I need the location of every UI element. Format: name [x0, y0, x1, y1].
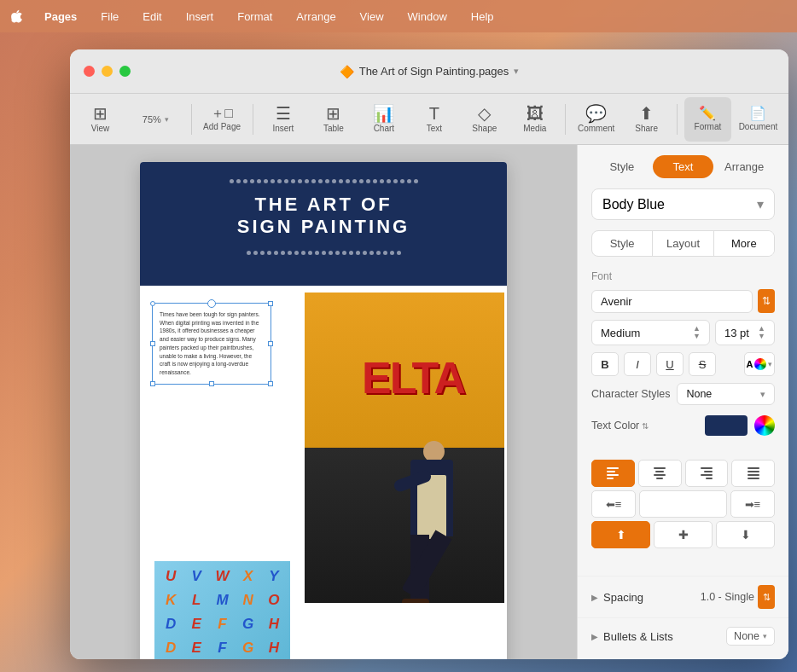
- spacing-stepper-button[interactable]: ⇅: [758, 585, 775, 609]
- increase-indent-button[interactable]: ➡≡: [730, 490, 775, 518]
- chart-button[interactable]: 📊 Chart: [360, 97, 407, 142]
- alignment-section: ⬅≡ ➡≡ ⬆ ✚ ⬇: [578, 460, 788, 569]
- format-icon: ✏️: [699, 107, 716, 120]
- menu-help[interactable]: Help: [468, 9, 497, 25]
- text-format-color[interactable]: A ▾: [744, 352, 775, 376]
- resize-handle-br[interactable]: [268, 381, 273, 386]
- bullets-row[interactable]: ▶ Bullets & Lists None ▾: [578, 617, 788, 654]
- strikethrough-button[interactable]: S: [689, 352, 716, 376]
- char-styles-value: None: [686, 388, 712, 400]
- vert-top-button[interactable]: ⬆: [591, 521, 650, 548]
- text-block[interactable]: Times have been tough for sign painters.…: [152, 303, 271, 385]
- size-down-arrow[interactable]: ▼: [758, 333, 765, 340]
- dot: [311, 179, 316, 183]
- line: [607, 471, 615, 472]
- dot: [332, 179, 336, 183]
- maximize-button[interactable]: [119, 66, 131, 77]
- sub-tab-more[interactable]: More: [714, 231, 774, 256]
- dot: [397, 251, 401, 255]
- align-left-button[interactable]: [591, 460, 635, 487]
- dot: [349, 251, 353, 255]
- menu-edit[interactable]: Edit: [139, 9, 165, 25]
- text-color-text: Text Color: [591, 420, 639, 432]
- comment-button[interactable]: 💬 Comment: [573, 97, 620, 142]
- menu-insert[interactable]: Insert: [183, 9, 218, 25]
- shape-icon: ◇: [478, 105, 491, 122]
- bullets-dropdown[interactable]: None ▾: [726, 627, 775, 646]
- letter-cell: M: [209, 588, 235, 612]
- dot: [366, 179, 370, 183]
- tab-text[interactable]: Text: [653, 155, 714, 178]
- resize-handle-bm[interactable]: [209, 381, 214, 386]
- font-arrow-button[interactable]: ⇅: [758, 289, 775, 313]
- font-name-field[interactable]: Avenir: [591, 290, 753, 313]
- title-chevron[interactable]: ▾: [514, 66, 519, 77]
- menu-pages[interactable]: Pages: [41, 9, 80, 25]
- weight-stepper[interactable]: ▲ ▼: [693, 325, 701, 340]
- menu-file[interactable]: File: [97, 9, 122, 25]
- resize-handle-tl[interactable]: [150, 301, 155, 306]
- font-weight-field[interactable]: Medium ▲ ▼: [591, 320, 710, 345]
- add-page-button[interactable]: ＋□ Add Page: [199, 97, 246, 142]
- shape-button[interactable]: ◇ Shape: [461, 97, 508, 142]
- resize-handle-bl[interactable]: [150, 381, 155, 386]
- delta-text: ELTA: [362, 352, 464, 403]
- resize-handle-mr[interactable]: [268, 341, 273, 346]
- sub-tab-style[interactable]: Style: [592, 231, 653, 256]
- view-button[interactable]: ⊞ View: [77, 97, 124, 142]
- decrease-indent-button[interactable]: ⬅≡: [591, 490, 636, 518]
- tab-arrange[interactable]: Arrange: [713, 155, 775, 178]
- person-left-boot: [402, 599, 429, 605]
- letter-cell: E: [183, 636, 209, 659]
- align-right-button[interactable]: [685, 460, 729, 487]
- line: [748, 478, 759, 479]
- document-button[interactable]: 📄 Document: [735, 97, 782, 142]
- header-dots-bottom: [166, 251, 481, 255]
- format-button[interactable]: ✏️ Format: [684, 97, 731, 142]
- color-wheel-button[interactable]: [754, 415, 775, 436]
- dot: [342, 251, 346, 255]
- spacing-row[interactable]: ▶ Spacing 1.0 - Single ⇅: [578, 576, 788, 617]
- size-stepper[interactable]: ▲ ▼: [758, 325, 765, 340]
- document-area[interactable]: THE ART OF SIGN PAINTING: [70, 145, 577, 659]
- italic-button[interactable]: I: [624, 352, 651, 376]
- text-button[interactable]: T Text: [410, 97, 457, 142]
- align-center-button[interactable]: [638, 460, 682, 487]
- insert-button[interactable]: ☰ Insert: [259, 97, 306, 142]
- dot: [373, 179, 377, 183]
- line: [704, 471, 713, 472]
- menu-format[interactable]: Format: [234, 9, 276, 25]
- menu-window[interactable]: Window: [404, 9, 451, 25]
- person-apron: [417, 475, 446, 539]
- font-size-field[interactable]: 13 pt ▲ ▼: [715, 320, 775, 345]
- sub-tab-layout[interactable]: Layout: [653, 231, 713, 256]
- share-button[interactable]: ⬆ Share: [623, 97, 670, 142]
- zoom-button[interactable]: 75% ▾: [127, 97, 184, 142]
- table-button[interactable]: ⊞ Table: [310, 97, 357, 142]
- resize-handle-tr[interactable]: [268, 301, 273, 306]
- align-justify-button[interactable]: [731, 460, 775, 487]
- vert-middle-button[interactable]: ✚: [654, 521, 713, 548]
- table-icon: ⊞: [326, 105, 340, 122]
- menu-arrange[interactable]: Arrange: [293, 9, 339, 25]
- close-button[interactable]: [84, 66, 95, 77]
- media-button[interactable]: 🖼 Media: [511, 97, 558, 142]
- underline-button[interactable]: U: [656, 352, 684, 376]
- minimize-button[interactable]: [102, 66, 113, 77]
- vert-bottom-button[interactable]: ⬇: [716, 521, 775, 548]
- resize-handle-ml[interactable]: [150, 341, 155, 346]
- dot: [376, 251, 381, 255]
- char-styles-dropdown[interactable]: None ▾: [677, 383, 775, 405]
- menu-view[interactable]: View: [357, 9, 387, 25]
- dot: [267, 251, 271, 255]
- resize-handle-top[interactable]: [207, 299, 216, 308]
- text-color-swatch[interactable]: [705, 415, 748, 436]
- letter-cell: O: [261, 588, 287, 612]
- bold-button[interactable]: B: [591, 352, 619, 376]
- weight-down-arrow[interactable]: ▼: [693, 333, 701, 340]
- style-dropdown[interactable]: Body Blue ▾: [591, 188, 775, 220]
- font-size-value: 13 pt: [724, 327, 749, 339]
- tab-style[interactable]: Style: [591, 155, 653, 178]
- chart-label: Chart: [374, 124, 394, 133]
- traffic-lights: [84, 66, 131, 77]
